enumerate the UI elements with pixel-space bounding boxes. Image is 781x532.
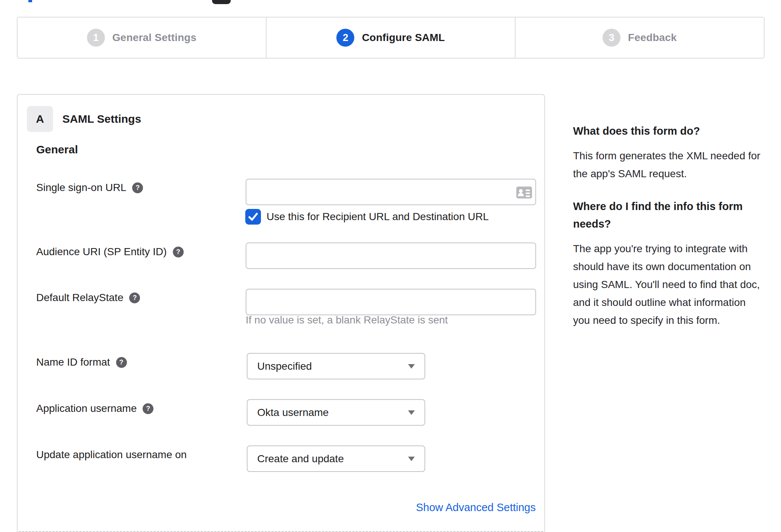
name-id-format-label: Name ID format (36, 356, 110, 368)
relay-state-label-row: Default RelayState ? (36, 292, 245, 304)
name-id-format-label-row: Name ID format ? (36, 356, 245, 368)
section-title: SAML Settings (62, 106, 141, 132)
relay-state-input[interactable] (246, 289, 536, 315)
sso-url-input[interactable] (246, 179, 536, 205)
update-app-username-label-row: Update application username on (36, 449, 245, 461)
app-username-select[interactable]: Okta username (247, 399, 425, 426)
audience-uri-input[interactable] (246, 242, 536, 269)
step-label: Configure SAML (362, 32, 445, 44)
relay-state-label: Default RelayState (36, 292, 123, 304)
app-username-label: Application username (36, 403, 137, 414)
step-number-badge: 3 (603, 29, 620, 47)
update-app-username-select[interactable]: Create and update (247, 445, 425, 472)
contact-card-icon[interactable] (516, 187, 532, 198)
wizard-stepper: 1 General Settings 2 Configure SAML 3 Fe… (17, 17, 765, 59)
audience-uri-label: Audience URI (SP Entity ID) (36, 246, 167, 258)
help-sidebar: What does this form do? This form genera… (573, 122, 765, 329)
step-general-settings[interactable]: 1 General Settings (18, 18, 267, 58)
app-username-value: Okta username (257, 407, 329, 419)
help-icon[interactable]: ? (116, 357, 127, 368)
clipped-logo-fragment (212, 0, 231, 4)
step-feedback[interactable]: 3 Feedback (516, 18, 764, 58)
step-number-badge: 2 (336, 29, 354, 47)
show-advanced-settings-link[interactable]: Show Advanced Settings (416, 501, 536, 514)
relay-state-hint: If no value is set, a blank RelayState i… (246, 314, 448, 326)
step-number-badge: 1 (87, 29, 105, 47)
general-heading: General (36, 143, 78, 156)
sidebar-paragraph-what: This form generates the XML needed for t… (573, 147, 765, 183)
chevron-down-icon (408, 410, 415, 415)
sidebar-heading-where: Where do I find the info this form needs… (573, 198, 765, 233)
update-app-username-label: Update application username on (36, 449, 187, 461)
name-id-format-select[interactable]: Unspecified (247, 353, 425, 379)
section-a-badge: A (27, 106, 53, 132)
help-icon[interactable]: ? (143, 403, 153, 414)
help-icon[interactable]: ? (129, 292, 140, 303)
sso-url-label: Single sign-on URL (36, 182, 126, 194)
check-icon (248, 213, 258, 221)
step-configure-saml[interactable]: 2 Configure SAML (267, 18, 516, 58)
recipient-url-checkbox-label[interactable]: Use this for Recipient URL and Destinati… (267, 209, 489, 225)
sidebar-heading-what: What does this form do? (573, 122, 765, 140)
help-icon[interactable]: ? (132, 182, 143, 193)
app-username-label-row: Application username ? (36, 403, 245, 414)
recipient-url-checkbox[interactable] (245, 209, 261, 225)
sidebar-paragraph-where: The app you're trying to integrate with … (573, 240, 765, 329)
audience-uri-label-row: Audience URI (SP Entity ID) ? (36, 246, 245, 258)
saml-settings-panel: A SAML Settings General Single sign-on U… (17, 94, 545, 532)
chevron-down-icon (408, 457, 415, 461)
step-label: Feedback (628, 32, 677, 44)
chevron-down-icon (408, 364, 415, 369)
step-label: General Settings (112, 32, 197, 44)
update-app-username-value: Create and update (257, 453, 344, 465)
name-id-format-value: Unspecified (257, 360, 312, 372)
sso-url-label-row: Single sign-on URL ? (36, 182, 245, 194)
help-icon[interactable]: ? (173, 247, 184, 257)
clipped-blue-fragment (28, 0, 32, 2)
